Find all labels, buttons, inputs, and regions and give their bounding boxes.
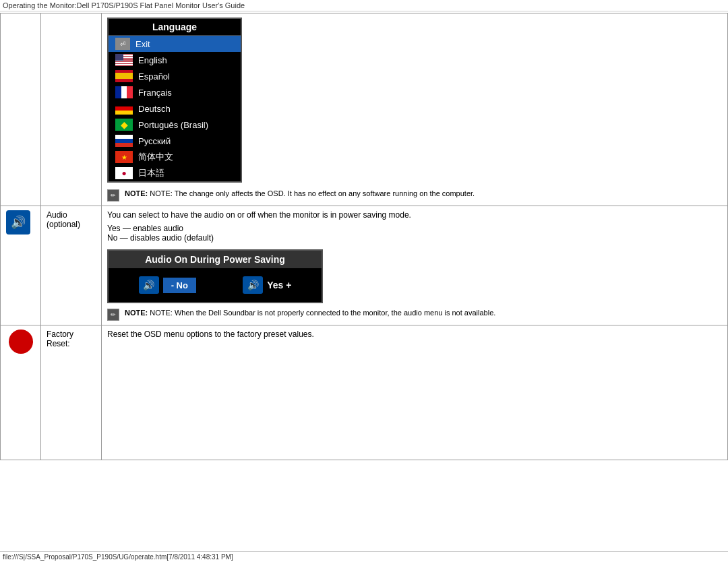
audio-no-speaker-icon: 🔊	[139, 276, 159, 294]
language-note-text: NOTE: NOTE: The change only affects the …	[125, 189, 475, 197]
audio-note-icon: ✏	[107, 309, 119, 321]
flag-brazil-icon	[115, 119, 133, 131]
audio-icon-cell: 🔊	[1, 206, 41, 325]
flag-japan-icon	[115, 167, 133, 179]
audio-yes-button[interactable]: Yes +	[267, 280, 291, 290]
audio-label-cell: Audio(optional)	[41, 206, 102, 325]
factory-reset-circle-icon	[9, 330, 33, 354]
audio-yes-speaker-icon: 🔊	[243, 276, 263, 294]
audio-osd-body: 🔊 - No 🔊 Yes +	[109, 268, 322, 302]
audio-label: Audio(optional)	[47, 210, 80, 229]
osd-language-portuguese[interactable]: Português (Brasil)	[109, 117, 241, 133]
language-espanol-label: Español	[138, 71, 170, 82]
audio-yes-group[interactable]: 🔊 Yes +	[243, 276, 291, 294]
audio-yes-text: Yes — enables audio	[107, 224, 722, 233]
exit-label: Exit	[135, 39, 150, 49]
audio-description: You can select to have the audio on or o…	[107, 210, 722, 220]
osd-language-chinese[interactable]: ★ 简体中文	[109, 149, 241, 165]
osd-language-francais[interactable]: Français	[109, 84, 241, 100]
language-chinese-label: 简体中文	[138, 151, 173, 163]
audio-no-group[interactable]: 🔊 - No	[139, 276, 196, 294]
osd-language-russian[interactable]: Русский	[109, 133, 241, 149]
factory-reset-description: Reset the OSD menu options to the factor…	[107, 330, 314, 339]
language-icon-cell	[1, 13, 41, 206]
language-label-cell	[41, 13, 102, 206]
main-content-table: Language ⏎ Exit English Español	[0, 13, 728, 460]
osd-language-espanol[interactable]: Español	[109, 68, 241, 84]
audio-content-cell: You can select to have the audio on or o…	[102, 206, 728, 325]
factory-reset-row: Factory Reset: Reset the OSD menu option…	[1, 325, 728, 460]
audio-no-button[interactable]: - No	[163, 278, 196, 293]
language-content-cell: Language ⏎ Exit English Español	[102, 13, 728, 206]
audio-speaker-icon: 🔊	[6, 210, 30, 235]
flag-usa-icon	[115, 54, 133, 66]
exit-icon: ⏎	[115, 38, 130, 50]
factory-reset-icon-cell	[1, 325, 41, 460]
flag-france-icon	[115, 86, 133, 98]
factory-reset-label-cell: Factory Reset:	[41, 325, 102, 460]
factory-reset-content-cell: Reset the OSD menu options to the factor…	[102, 325, 728, 460]
audio-no-text: No — disables audio (default)	[107, 233, 722, 243]
language-francais-label: Français	[138, 88, 172, 98]
language-english-label: English	[138, 55, 167, 65]
language-note-icon: ✏	[107, 189, 119, 201]
language-japanese-label: 日本語	[138, 167, 164, 179]
osd-language-japanese[interactable]: 日本語	[109, 165, 241, 181]
osd-exit-item[interactable]: ⏎ Exit	[109, 36, 241, 52]
audio-note-section: ✏ NOTE: NOTE: When the Dell Soundbar is …	[107, 309, 722, 321]
flag-germany-icon	[115, 102, 133, 115]
language-note-section: ✏ NOTE: NOTE: The change only affects th…	[107, 189, 722, 201]
title-text: Operating the Monitor:Dell P170S/P190S F…	[3, 1, 245, 9]
language-row: Language ⏎ Exit English Español	[1, 13, 728, 206]
audio-note-text: NOTE: NOTE: When the Dell Soundbar is no…	[125, 309, 495, 317]
flag-russia-icon	[115, 135, 133, 147]
audio-osd-panel: Audio On During Power Saving 🔊 - No 🔊 Ye…	[107, 249, 323, 303]
flag-china-icon: ★	[115, 151, 133, 163]
flag-spain-icon	[115, 70, 133, 82]
factory-reset-label: Factory Reset:	[47, 330, 73, 348]
language-deutsch-label: Deutsch	[138, 104, 171, 114]
language-osd-title: Language	[109, 19, 241, 36]
osd-language-english[interactable]: English	[109, 52, 241, 68]
language-portuguese-label: Português (Brasil)	[138, 120, 208, 130]
osd-language-deutsch[interactable]: Deutsch	[109, 100, 241, 117]
audio-row: 🔊 Audio(optional) You can select to have…	[1, 206, 728, 325]
title-bar: Operating the Monitor:Dell P170S/P190S F…	[0, 0, 728, 11]
language-russian-label: Русский	[138, 136, 171, 146]
audio-osd-title: Audio On During Power Saving	[109, 251, 322, 268]
language-osd-panel: Language ⏎ Exit English Español	[107, 18, 242, 183]
